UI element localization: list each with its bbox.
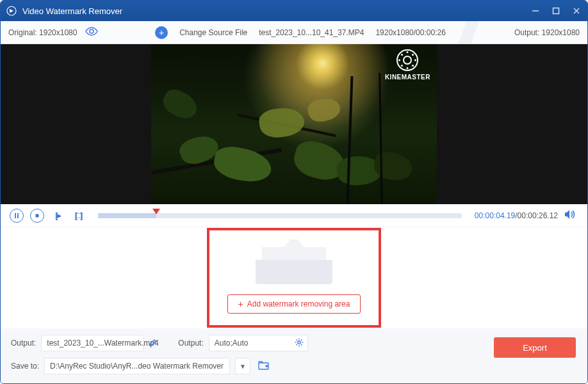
- add-source-button[interactable]: +: [155, 26, 168, 39]
- svg-rect-2: [553, 8, 559, 14]
- svg-line-17: [296, 344, 297, 345]
- mark-out-button[interactable]: [□]: [71, 209, 85, 223]
- minimize-button[interactable]: [530, 5, 541, 17]
- export-button[interactable]: Export: [494, 337, 576, 358]
- timeline-progress: [98, 213, 156, 218]
- add-watermark-area-button[interactable]: + Add watermark removing area: [227, 294, 361, 314]
- original-resolution: 1920x1080: [39, 28, 77, 37]
- video-frame: KINEMASTER: [151, 44, 437, 204]
- highlight-box: + Add watermark removing area: [207, 228, 382, 328]
- source-info-row: Original: 1920x1080 + Change Source File…: [1, 21, 587, 44]
- output-filename-row: Output: test_2023_10_...Watermark.mp4 Ou…: [11, 335, 577, 351]
- playback-controls: [▸ [□] 00:00:04.19/00:00:26.12: [1, 204, 587, 227]
- preview-toggle-icon[interactable]: [85, 26, 99, 38]
- time-display: 00:00:04.19/00:00:26.12: [475, 211, 558, 220]
- playhead-marker[interactable]: [152, 209, 160, 214]
- output-filename-label: Output:: [11, 339, 36, 348]
- save-path-dropdown[interactable]: ▼: [235, 358, 250, 374]
- mark-in-button[interactable]: [▸: [51, 209, 65, 223]
- svg-point-5: [90, 29, 94, 33]
- app-title: Video Watermark Remover: [22, 6, 530, 16]
- pause-button[interactable]: [10, 209, 24, 223]
- titlebar: Video Watermark Remover: [1, 1, 587, 21]
- timeline-track[interactable]: [98, 213, 462, 218]
- bottom-panel: Output: test_2023_10_...Watermark.mp4 Ou…: [1, 328, 587, 383]
- output-label: Output:: [514, 28, 539, 37]
- original-info: Original: 1920x1080: [8, 26, 124, 38]
- watermark-area-panel: + Add watermark removing area: [1, 227, 587, 328]
- output-filename-field[interactable]: test_2023_10_...Watermark.mp4: [41, 335, 143, 351]
- maximize-button[interactable]: [550, 5, 562, 17]
- plus-icon: +: [238, 299, 243, 309]
- app-window: Video Watermark Remover Original: 1920x1…: [0, 0, 588, 384]
- app-logo-icon: [6, 5, 17, 17]
- output-format-value: Auto;Auto: [215, 339, 249, 348]
- svg-line-16: [301, 339, 302, 340]
- save-path-row: Save to: D:\AnyRec Studio\AnyR...deo Wat…: [11, 358, 577, 374]
- bottom-fields: Output: test_2023_10_...Watermark.mp4 Ou…: [11, 335, 577, 374]
- svg-line-15: [301, 344, 302, 345]
- divider: [456, 21, 475, 44]
- volume-icon[interactable]: [564, 209, 576, 222]
- current-time: 00:00:04.19: [475, 211, 515, 220]
- original-label: Original:: [8, 28, 37, 37]
- format-settings-icon[interactable]: [295, 338, 304, 349]
- source-filename: test_2023_10...10_41_37.MP4: [259, 28, 364, 37]
- close-button[interactable]: [571, 5, 582, 17]
- watermark-overlay: KINEMASTER: [385, 49, 430, 81]
- video-preview[interactable]: KINEMASTER: [1, 44, 587, 204]
- stop-button[interactable]: [30, 209, 44, 223]
- output-format-label: Output:: [178, 339, 203, 348]
- source-meta: 1920x1080/00:00:26: [375, 28, 445, 37]
- save-path-label: Save to:: [11, 362, 39, 371]
- inbox-icon: [256, 239, 332, 284]
- output-resolution: 1920x1080: [542, 28, 580, 37]
- save-path-field[interactable]: D:\AnyRec Studio\AnyR...deo Watermark Re…: [44, 358, 230, 374]
- add-watermark-area-label: Add watermark removing area: [247, 300, 350, 308]
- total-time: 00:00:26.12: [518, 211, 558, 220]
- open-folder-icon[interactable]: [258, 361, 270, 372]
- window-controls: [530, 5, 582, 17]
- source-center: + Change Source File test_2023_10...10_4…: [124, 26, 477, 39]
- watermark-text: KINEMASTER: [385, 74, 430, 81]
- svg-rect-8: [36, 214, 39, 217]
- output-info: Output: 1920x1080: [477, 28, 580, 37]
- output-format-field[interactable]: Auto;Auto: [209, 335, 308, 351]
- svg-point-9: [298, 340, 300, 343]
- change-source-link[interactable]: Change Source File: [179, 28, 247, 37]
- kinemaster-logo-icon: [396, 49, 418, 71]
- svg-line-14: [296, 339, 297, 340]
- edit-filename-icon[interactable]: [149, 338, 158, 349]
